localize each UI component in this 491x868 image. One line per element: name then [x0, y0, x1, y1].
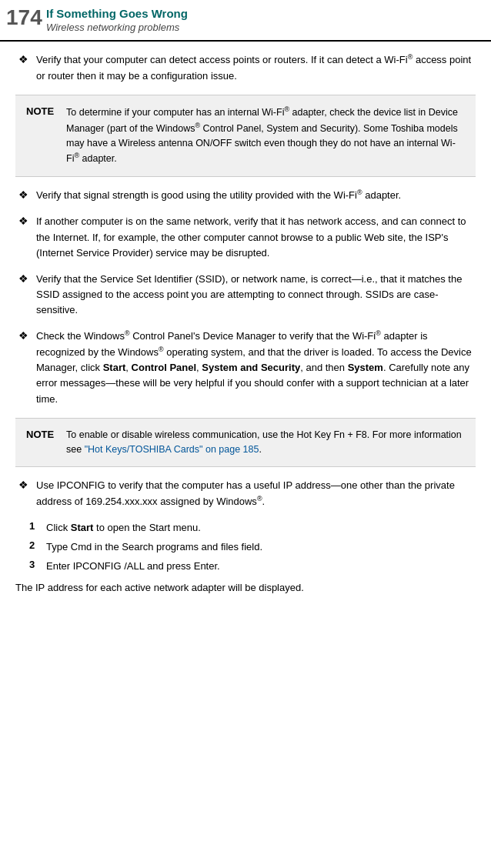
diamond-icon-5: ❖	[18, 272, 28, 285]
bullet-text-6: Check the Windows® Control Panel's Devic…	[36, 329, 473, 406]
bullet-text-4: If another computer is on the same netwo…	[36, 214, 473, 260]
bullet-text-3: Verify that signal strength is good usin…	[36, 188, 473, 203]
note-box-1: NOTE To determine if your computer has a…	[15, 95, 476, 177]
step-item-2: 2 Type Cmd in the Search programs and fi…	[29, 539, 476, 555]
header-text: If Something Goes Wrong Wireless network…	[46, 6, 188, 34]
bullet-text-1: Verify that your computer can detect acc…	[36, 52, 473, 84]
note-box-2: NOTE To enable or disable wireless commu…	[15, 418, 476, 468]
bullet-text-ipconfig: Use IPCONFIG to verify that the computer…	[36, 478, 473, 509]
numbered-steps: 1 Click Start to open the Start menu. 2 …	[29, 520, 476, 574]
bullet-item-6: ❖ Check the Windows® Control Panel's Dev…	[15, 329, 476, 406]
step-item-3: 3 Enter IPCONFIG /ALL and press Enter.	[29, 559, 476, 574]
main-content: ❖ Verify that your computer can detect a…	[0, 52, 491, 614]
diamond-icon-1: ❖	[18, 53, 28, 65]
note2-link: "Hot Keys/TOSHIBA Cards" on page 185	[85, 444, 259, 455]
step-text-3: Enter IPCONFIG /ALL and press Enter.	[46, 559, 220, 574]
page-header: 174 If Something Goes Wrong Wireless net…	[0, 0, 491, 42]
step-text-2: Type Cmd in the Search programs and file…	[46, 539, 262, 555]
step-num-1: 1	[29, 520, 46, 532]
step-num-3: 3	[29, 559, 46, 570]
note-label-1: NOTE	[26, 105, 66, 117]
bullet-item-5: ❖ Verify that the Service Set Identifier…	[15, 272, 476, 318]
diamond-icon-3: ❖	[18, 189, 28, 201]
step-text-1: Click Start to open the Start menu.	[46, 520, 201, 536]
summary-line: The IP address for each active network a…	[15, 580, 476, 596]
page-number: 174	[6, 6, 46, 30]
diamond-icon-6: ❖	[18, 329, 28, 342]
header-title: If Something Goes Wrong	[46, 6, 188, 22]
bullet-text-5: Verify that the Service Set Identifier (…	[36, 272, 473, 318]
note-label-2: NOTE	[26, 428, 66, 440]
step-num-2: 2	[29, 539, 46, 551]
bullet-item-ipconfig: ❖ Use IPCONFIG to verify that the comput…	[15, 478, 476, 509]
header-subtitle: Wireless networking problems	[46, 22, 188, 35]
step-item-1: 1 Click Start to open the Start menu.	[29, 520, 476, 536]
note-text-1: To determine if your computer has an int…	[66, 105, 465, 167]
bullet-item-1: ❖ Verify that your computer can detect a…	[15, 52, 476, 84]
bullet-item-3: ❖ Verify that signal strength is good us…	[15, 188, 476, 203]
diamond-icon-ipconfig: ❖	[18, 479, 28, 491]
bullet-item-4: ❖ If another computer is on the same net…	[15, 214, 476, 260]
note-text-2: To enable or disable wireless communicat…	[66, 428, 465, 458]
diamond-icon-4: ❖	[18, 215, 28, 227]
